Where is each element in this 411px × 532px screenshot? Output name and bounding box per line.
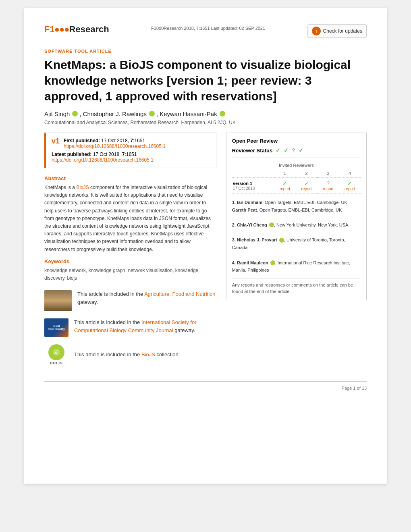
biojs-label: BIOJS: [50, 361, 63, 365]
author-2-orcid[interactable]: [149, 111, 155, 116]
check-updates-button[interactable]: ! Check for updates: [307, 24, 367, 38]
logo-research: Research: [69, 24, 109, 34]
status-check-2: ✓: [284, 147, 289, 154]
logo-circles: 1●●●: [50, 24, 69, 34]
version-details: First published: 17 Oct 2018, 7:1651 htt…: [52, 138, 210, 163]
first-doi-link[interactable]: https://doi.org/10.12688/f1000research.1…: [52, 143, 210, 149]
agriculture-link[interactable]: Agriculture, Food and Nutrition: [144, 291, 215, 297]
version-1-cell: version 1 17 Oct 2018: [232, 178, 274, 194]
biojs-gateway-text: This article is included in the BioJS co…: [74, 351, 180, 359]
abstract-title: Abstract: [44, 175, 216, 181]
main-content: v1 First published: 17 Oct 2018, 7:1651 …: [44, 133, 367, 369]
first-published: First published: 17 Oct 2018, 7:1651: [52, 138, 210, 143]
keywords-title: Keywords: [44, 258, 216, 264]
latest-published: Latest published: 17 Oct 2018, 7:1651: [52, 152, 210, 157]
article-title: KnetMaps: a BioJS component to visualize…: [44, 57, 367, 104]
reviewer-col-2: 2: [296, 169, 318, 178]
version-label: v1: [52, 137, 60, 145]
peer-review-title: Open Peer Review: [232, 138, 361, 144]
gateway-agriculture: This article is included in the Agricult…: [44, 290, 216, 311]
version-1-date: 17 Oct 2018: [233, 186, 255, 191]
author-3-orcid[interactable]: [220, 111, 225, 116]
latest-doi-link[interactable]: https://doi.org/10.12688/f1000research.1…: [52, 157, 210, 163]
left-column: v1 First published: 17 Oct 2018, 7:1651 …: [44, 133, 216, 369]
gateway-biojs: B BIOJS This article is included in the …: [44, 344, 216, 365]
reviewer-4: 4. Ramil Mauleon , International Rice Re…: [232, 259, 361, 274]
header: F1●●●Research F1000Research 2018, 7:1651…: [44, 24, 367, 42]
authors: Ajit Singh , Christopher J. Rawlings , K…: [44, 110, 367, 117]
keywords-text: knowledge network, knowledge graph, netw…: [44, 267, 216, 282]
status-check-1: ✓: [276, 147, 280, 154]
reviewer-2: 2. Chia-Yi Cheng , New York University, …: [232, 221, 361, 229]
author-1-orcid[interactable]: [72, 111, 78, 116]
biojs-collection-link[interactable]: BioJS: [141, 351, 155, 357]
article-type: SOFTWARE TOOL ARTICLE: [44, 49, 367, 54]
abstract-text: KnetMaps is a BioJS component for the in…: [44, 184, 216, 254]
agriculture-gateway-text: This article is included in the Agricult…: [77, 290, 216, 306]
logo-f: F: [44, 24, 50, 34]
reviewer-list: 1. Ian Dunham, Open Targets, EMBL-EBI, C…: [232, 199, 361, 274]
v1-check-3: ? report: [318, 178, 339, 194]
status-check-4: ✓: [299, 147, 303, 154]
page: F1●●●Research F1000Research 2018, 7:1651…: [24, 8, 387, 484]
reviewer-2-orcid[interactable]: [269, 222, 274, 227]
iscb-gateway-text: This article is included in the Internat…: [74, 318, 216, 334]
biojs-circle: B: [48, 344, 64, 360]
svg-text:B: B: [55, 351, 58, 355]
v1-check-2: ✓ report: [296, 178, 318, 194]
invited-reviewers-label: Invited Reviewers: [232, 163, 361, 168]
v1-report-4[interactable]: report: [340, 187, 360, 191]
reviewer-table: 1 2 3 4 version 1 17 Oct 2018: [232, 169, 361, 194]
right-column: Open Peer Review Reviewer Status ✓ ✓ ? ✓…: [226, 133, 367, 369]
reviewer-col-4: 4: [339, 169, 361, 178]
version-1-label: version 1: [233, 181, 273, 186]
v1-report-1[interactable]: report: [275, 187, 295, 191]
agriculture-thumbnail: [44, 290, 72, 311]
version-box: v1 First published: 17 Oct 2018, 7:1651 …: [44, 133, 216, 168]
check-updates-label: Check for updates: [323, 28, 362, 34]
first-published-label: First published:: [64, 138, 100, 143]
iscb-thumbnail: ISCBCommunity: [44, 318, 68, 337]
v1-report-2[interactable]: report: [297, 187, 317, 191]
v1-check-4: ✓ report: [339, 178, 361, 194]
reviewer-4-orcid[interactable]: [270, 260, 275, 265]
check-updates-icon: !: [312, 27, 321, 35]
reviewer-3: 3. Nicholas J. Provart , University of T…: [232, 236, 361, 251]
latest-doi-anchor[interactable]: https://doi.org/10.12688/f1000research.1…: [52, 157, 154, 163]
reviewer-1: 1. Ian Dunham, Open Targets, EMBL-EBI, C…: [232, 199, 361, 214]
page-number: Page 1 of 13: [342, 386, 367, 391]
version-1-row: version 1 17 Oct 2018 ✓ report ✓ report: [232, 178, 361, 194]
reviewer-1b-name: Gareth Peat: [232, 208, 257, 212]
reviewer-3-orcid[interactable]: [279, 238, 284, 243]
author-3-name: Keywan Hassani-Pak: [160, 110, 217, 117]
first-doi-anchor[interactable]: https://doi.org/10.12688/f1000research.1…: [64, 143, 166, 149]
biojs-inline-link[interactable]: BioJS: [76, 185, 89, 190]
journal-logo: F1●●●Research: [44, 24, 109, 35]
reviewer-col-1: 1: [274, 169, 296, 178]
reviewer-status-row: Reviewer Status ✓ ✓ ? ✓: [232, 147, 361, 158]
gateway-iscb: ISCBCommunity This article is included i…: [44, 318, 216, 337]
footer: Page 1 of 13: [44, 381, 367, 391]
v1-report-3[interactable]: report: [318, 187, 338, 191]
status-check-3: ?: [292, 147, 295, 154]
iscb-link[interactable]: International Society for Computational …: [74, 319, 197, 333]
author-2-name: Christopher J. Rawlings: [83, 110, 147, 117]
header-meta: F1000Research 2018, 7:1651 Last updated:…: [109, 24, 307, 31]
any-reports-text: Any reports and responses or comments on…: [232, 278, 361, 295]
affiliation: Computational and Analytical Sciences, R…: [44, 120, 367, 125]
version-col-header: [232, 169, 274, 178]
biojs-logo-wrap: B BIOJS: [44, 344, 68, 365]
reviewer-col-3: 3: [318, 169, 339, 178]
svg-text:!: !: [316, 29, 317, 33]
author-1-name: Ajit Singh: [44, 110, 70, 117]
peer-review-box: Open Peer Review Reviewer Status ✓ ✓ ? ✓…: [226, 133, 367, 300]
reviewer-status-label: Reviewer Status: [232, 148, 272, 154]
latest-published-label: Latest published:: [52, 152, 91, 157]
v1-check-1: ✓ report: [274, 178, 296, 194]
